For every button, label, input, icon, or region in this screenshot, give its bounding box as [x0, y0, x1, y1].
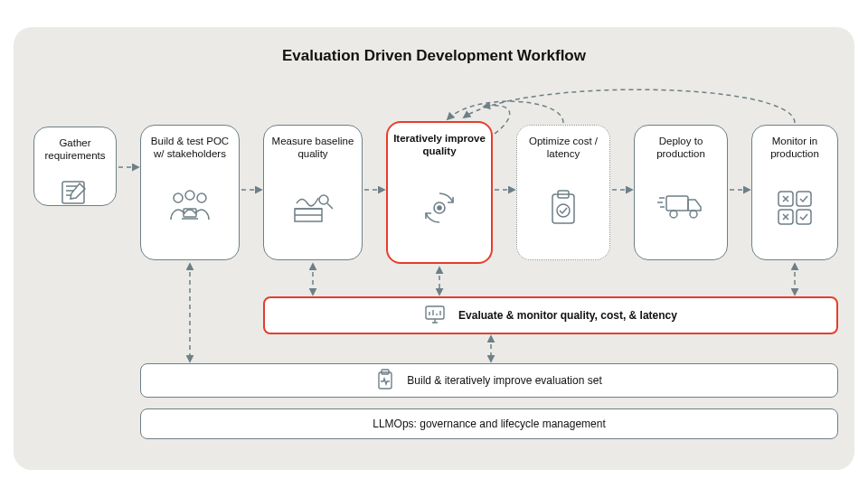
svg-point-14	[690, 211, 697, 218]
step-build-poc-label: Build & test POC w/ stakeholders	[146, 135, 233, 173]
pencil-note-icon	[60, 180, 90, 211]
step-iterate-label: Iteratively improve quality	[393, 132, 486, 170]
svg-rect-18	[797, 210, 811, 224]
svg-point-13	[670, 211, 677, 218]
step-monitor-label: Monitor in production	[758, 135, 832, 173]
step-measure-label: Measure baseline quality	[269, 135, 356, 173]
step-monitor: Monitor in production	[751, 125, 838, 260]
bar-llmops: LLMOps: governance and lifecycle managem…	[140, 408, 838, 439]
bar-evaluate: Evaluate & monitor quality, cost, & late…	[263, 296, 838, 334]
svg-point-3	[185, 191, 194, 200]
diagram-canvas: Evaluation Driven Development Workflow G…	[14, 27, 854, 470]
clipboard-check-icon	[547, 189, 580, 230]
diagram-title: Evaluation Driven Development Workflow	[14, 47, 854, 65]
svg-point-6	[319, 195, 328, 204]
step-build-poc: Build & test POC w/ stakeholders	[140, 125, 240, 260]
dashboard-grid-icon	[776, 189, 814, 230]
svg-point-11	[557, 204, 570, 217]
svg-rect-12	[666, 196, 688, 211]
bar-evalset-label: Build & iteratively improve evaluation s…	[407, 374, 601, 387]
truck-fast-icon	[657, 189, 704, 225]
svg-rect-9	[552, 194, 574, 223]
step-gather-label: Gather requirements	[40, 136, 110, 174]
step-optimize-label: Optimize cost / latency	[523, 135, 604, 173]
clipboard-pulse-icon	[376, 369, 394, 393]
svg-rect-16	[797, 192, 811, 206]
svg-point-8	[438, 206, 441, 210]
bar-evaluate-label: Evaluate & monitor quality, cost, & late…	[458, 309, 677, 322]
step-deploy-label: Deploy to production	[640, 135, 722, 173]
monitor-chart-icon	[424, 305, 446, 327]
cycle-target-icon	[420, 188, 459, 231]
step-deploy: Deploy to production	[634, 125, 728, 260]
bar-evalset: Build & iteratively improve evaluation s…	[140, 363, 838, 398]
svg-point-2	[197, 193, 206, 202]
step-gather: Gather requirements	[33, 127, 117, 206]
svg-rect-19	[426, 306, 444, 319]
svg-point-1	[174, 193, 183, 202]
step-measure: Measure baseline quality	[263, 125, 363, 260]
step-iterate: Iteratively improve quality	[386, 121, 493, 264]
bar-llmops-label: LLMOps: governance and lifecycle managem…	[373, 418, 605, 430]
team-laptop-icon	[167, 189, 212, 229]
step-optimize: Optimize cost / latency	[516, 125, 610, 260]
chart-inspect-icon	[291, 189, 335, 229]
